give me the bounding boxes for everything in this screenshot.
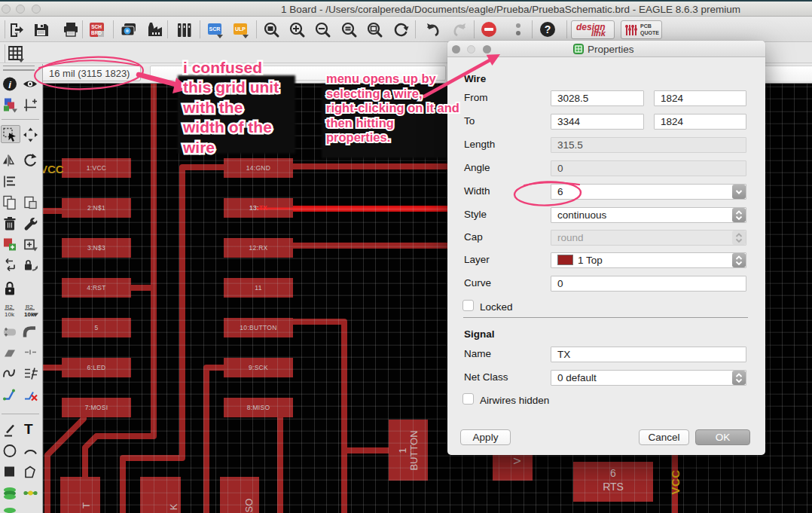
svg-text:SCH: SCH (91, 24, 102, 29)
svg-text:BRD: BRD (91, 30, 102, 35)
svg-text:ULP: ULP (235, 26, 246, 32)
svg-text:10k: 10k (24, 311, 35, 318)
svg-text:R2: R2 (26, 304, 33, 310)
svg-text:R2: R2 (5, 304, 13, 310)
svg-text:10k: 10k (5, 311, 15, 318)
svg-text:i: i (8, 79, 11, 90)
svg-text:SCR: SCR (209, 26, 221, 32)
svg-text:?: ? (545, 23, 551, 35)
